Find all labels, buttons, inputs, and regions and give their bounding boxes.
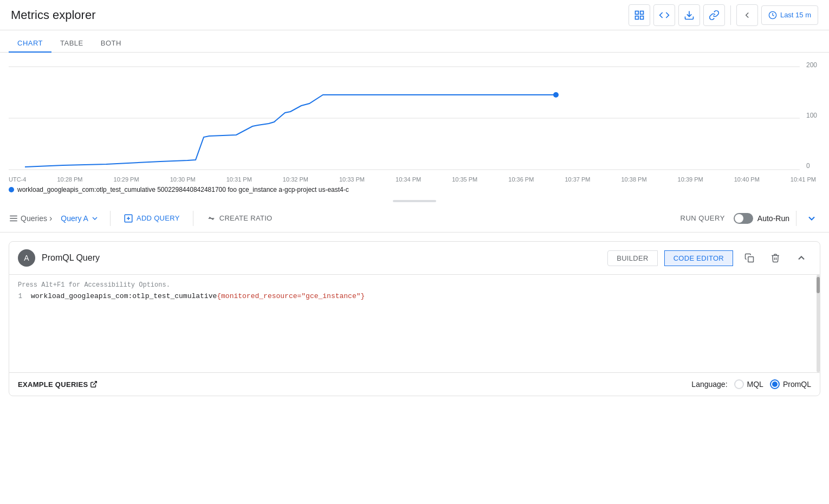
code-icon [659,10,670,21]
link-icon-btn[interactable] [703,4,725,26]
code-editor-area[interactable]: Press Alt+F1 for Accessibility Options. … [9,275,820,372]
chart-endpoint-dot [553,92,559,98]
query-panel-footer: EXAMPLE QUERIES Language: MQL PromQL [9,372,820,396]
promql-radio[interactable] [770,379,780,389]
scroll-bar-track [393,200,436,202]
chevron-up-icon [796,253,807,263]
dashboard-icon-btn[interactable] [629,4,650,26]
accessibility-hint: Press Alt+F1 for Accessibility Options. [9,279,820,291]
tab-table[interactable]: TABLE [51,35,92,53]
mql-option[interactable]: MQL [734,379,763,389]
editor-scrollbar[interactable] [817,275,820,372]
legend-text: workload_googleapis_com:otlp_test_cumula… [17,186,349,193]
tab-bar: CHART TABLE BOTH [0,30,829,53]
x-label-1031: 10:31 PM [226,176,252,183]
link-icon [709,10,720,21]
external-link-icon [90,380,98,388]
tab-chart[interactable]: CHART [9,35,51,53]
delete-icon-btn[interactable] [766,248,785,268]
line-number-1: 1 [9,293,31,300]
queries-label: Queries [21,214,47,223]
y-label-100: 100 [806,112,817,119]
add-icon [124,214,133,223]
auto-run-label: Auto-Run [757,214,789,223]
download-icon [684,10,695,21]
add-query-label: ADD QUERY [137,214,180,222]
copy-icon [744,253,754,263]
run-query-btn[interactable]: RUN QUERY [676,211,729,225]
svg-rect-2 [635,16,638,19]
x-label-1034: 10:34 PM [396,176,421,183]
x-label-1029: 10:29 PM [114,176,139,183]
example-queries-link[interactable]: EXAMPLE QUERIES [18,380,98,389]
chart-area: 200 100 0 UTC-4 10:28 PM 10:29 PM 10:30 … [0,53,829,204]
x-label-1040: 10:40 PM [734,176,760,183]
y-label-200: 200 [806,61,817,69]
app-title: Metrics explorer [11,8,95,22]
chevron-down-icon [806,213,817,224]
code-editor-btn[interactable]: CODE EDITOR [664,250,733,266]
hamburger-icon [9,214,18,223]
x-label-1028: 10:28 PM [57,176,82,183]
last-time-label: Last 15 m [780,11,811,19]
auto-run-track[interactable] [734,213,753,224]
dashboard-icon [634,10,645,21]
toolbar-separator-2 [193,211,193,226]
header-divider [730,5,731,25]
query-avatar: A [18,249,35,267]
editor-scrollbar-thumb [817,277,820,293]
language-selector: Language: MQL PromQL [691,379,811,389]
x-label-1032: 10:32 PM [283,176,308,183]
x-label-1036: 10:36 PM [508,176,534,183]
x-label-1037: 10:37 PM [565,176,590,183]
auto-run-toggle: Auto-Run [734,213,789,224]
code-content-1: workload_googleapis_com:otlp_test_cumula… [31,292,365,300]
code-plain-text: workload_googleapis_com:otlp_test_cumula… [31,292,217,300]
x-label-1038: 10:38 PM [621,176,647,183]
toolbar-expand-btn[interactable] [803,210,820,227]
query-panel-header: A PromQL Query BUILDER CODE EDITOR [9,242,820,275]
copy-icon-btn[interactable] [740,248,759,268]
app-header: Metrics explorer [0,0,829,30]
queries-nav: Queries › [9,214,52,223]
header-actions: Last 15 m [629,4,818,26]
x-label-1035: 10:35 PM [452,176,477,183]
builder-btn[interactable]: BUILDER [607,250,657,266]
query-a-btn[interactable]: Query A [56,212,103,225]
last-time-btn[interactable]: Last 15 m [761,5,818,25]
svg-rect-18 [748,257,754,262]
query-a-label: Query A [61,214,88,223]
scroll-hint [9,198,820,204]
tab-both[interactable]: BOTH [92,35,130,53]
x-label-1030: 10:30 PM [170,176,196,183]
svg-line-19 [93,382,96,385]
ratio-icon [206,214,216,223]
example-queries-label: EXAMPLE QUERIES [18,380,88,389]
download-icon-btn[interactable] [678,4,700,26]
back-icon-btn[interactable] [736,4,758,26]
query-panel: A PromQL Query BUILDER CODE EDITOR [9,241,820,396]
x-label-1041: 10:41 PM [791,176,816,183]
x-label-utc: UTC-4 [9,176,26,183]
language-label: Language: [691,380,727,389]
svg-rect-3 [640,16,644,19]
create-ratio-btn[interactable]: CREATE RATIO [200,210,279,227]
code-filter-text: {monitored_resource="gce_instance"} [217,292,365,300]
add-query-btn[interactable]: ADD QUERY [117,210,186,227]
query-a-dropdown-icon [90,214,99,223]
legend-dot [9,187,14,192]
query-panel-title: PromQL Query [42,253,601,263]
svg-rect-1 [640,11,644,14]
svg-rect-0 [635,11,638,14]
clock-icon [768,11,777,20]
mql-label: MQL [747,380,763,389]
back-icon [742,10,752,20]
x-label-1033: 10:33 PM [339,176,365,183]
y-label-0: 0 [806,162,817,170]
mql-radio[interactable] [734,379,744,389]
promql-option[interactable]: PromQL [770,379,811,389]
collapse-btn[interactable] [792,248,811,268]
promql-label: PromQL [783,380,811,389]
code-icon-btn[interactable] [653,4,675,26]
delete-icon [770,253,780,263]
